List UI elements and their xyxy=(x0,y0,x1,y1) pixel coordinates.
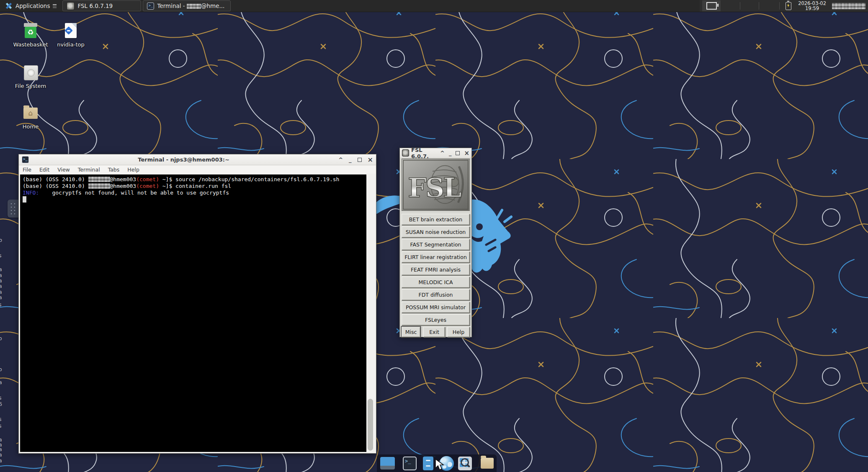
top-panel: Applications FSL 6.0.7.19 >_ Terminal - … xyxy=(0,0,868,12)
misc-button[interactable]: Misc xyxy=(402,327,420,337)
menu-tabs[interactable]: Tabs xyxy=(108,167,120,173)
menu-view[interactable]: View xyxy=(57,167,70,173)
taskbar-button-fsl[interactable]: FSL 6.0.7.19 xyxy=(62,0,141,11)
menu-edit[interactable]: Edit xyxy=(39,167,49,173)
clipped-desktop-label-fragment: a xyxy=(0,294,2,300)
terminal-window-title: Terminal - njps3@hmem003:~ xyxy=(31,156,336,163)
folder-icon xyxy=(481,458,494,469)
fdt-diffusion-button[interactable]: FDT diffusion xyxy=(402,289,470,300)
terminal-output-line: (base) (OSS 2410.0) @hmem003(comet) ~]$ … xyxy=(23,176,365,183)
maximize-button[interactable] xyxy=(358,158,362,162)
file-cabinet-icon xyxy=(423,457,433,470)
bet-brain-extraction-button[interactable]: BET brain extraction xyxy=(402,214,470,225)
clipped-desktop-label-fragment: s xyxy=(0,395,2,401)
system-tray: 2026-03-02 19:59 xyxy=(700,0,868,12)
clipped-desktop-label-fragment: a xyxy=(0,266,2,272)
exit-button[interactable]: Exit xyxy=(423,327,445,337)
clipped-desktop-label-fragment: b xyxy=(0,237,2,243)
terminal-titlebar[interactable]: >_ Terminal - njps3@hmem003:~ ^ _ × xyxy=(19,154,376,165)
drive-icon xyxy=(23,64,39,80)
charging-bolt-icon xyxy=(787,4,789,8)
fsl-window-icon xyxy=(402,149,409,156)
display-icon xyxy=(706,2,717,10)
clipped-desktop-label-fragment: s xyxy=(0,423,2,429)
taskbar-fsl-label: FSL 6.0.7.19 xyxy=(77,3,113,9)
app-finder-icon xyxy=(458,457,472,470)
clipped-desktop-label-fragment: s xyxy=(0,416,2,422)
menu-help[interactable]: Help xyxy=(127,167,139,173)
taskbar-terminal-label: Terminal - @hme... xyxy=(157,3,224,9)
help-button[interactable]: Help xyxy=(447,327,470,337)
desktop-icon-home[interactable]: ⌂ Home xyxy=(10,105,51,130)
fsl-logo-image: FSL xyxy=(402,159,470,211)
fsl-window-title: FSL 6.0.7. xyxy=(411,147,438,159)
document-icon xyxy=(63,23,79,39)
panel-separator xyxy=(740,2,740,10)
close-button[interactable]: × xyxy=(368,158,373,162)
terminal-output-line: INFO: gocryptfs not found, will not be a… xyxy=(23,190,365,196)
battery-icon[interactable] xyxy=(786,2,791,10)
close-button[interactable]: × xyxy=(464,151,469,155)
clock[interactable]: 2026-03-02 19:59 xyxy=(795,1,829,11)
clipped-desktop-label-fragment: s xyxy=(0,301,2,308)
terminal-window: >_ Terminal - njps3@hmem003:~ ^ _ × File… xyxy=(18,154,376,454)
clipped-desktop-label-fragment: o xyxy=(0,366,2,372)
applications-menu-button[interactable]: Applications xyxy=(1,0,61,11)
terminal-menubar: File Edit View Terminal Tabs Help xyxy=(19,165,376,174)
terminal-output-area[interactable]: (base) (OSS 2410.0) @hmem003(comet) ~]$ … xyxy=(20,174,375,452)
desktop-icon xyxy=(380,457,395,466)
menu-file[interactable]: File xyxy=(23,167,31,173)
taskbar-button-terminal[interactable]: >_ Terminal - @hme... xyxy=(143,0,231,11)
clipped-desktop-label-fragment: o xyxy=(0,335,2,341)
terminal-cursor xyxy=(23,196,26,203)
terminal-output: (base) (OSS 2410.0) @hmem003(comet) ~]$ … xyxy=(23,176,365,196)
dock-folder-launcher[interactable] xyxy=(480,456,495,471)
fsl-titlebar[interactable]: FSL 6.0.7. ^ _ × xyxy=(400,148,471,158)
desktop: Applications FSL 6.0.7.19 >_ Terminal - … xyxy=(0,0,868,472)
redacted-username xyxy=(88,177,110,182)
fast-segmentation-button[interactable]: FAST Segmentation xyxy=(402,239,470,250)
dock-terminal-launcher[interactable]: >_ xyxy=(402,456,417,471)
desktop-icon-nvidia-top[interactable]: nvidia-top xyxy=(51,23,91,48)
flirt-linear-registration-button[interactable]: FLIRT linear registration xyxy=(402,251,470,263)
applications-label: Applications xyxy=(15,3,50,9)
terminal-window-controls: ^ _ × xyxy=(338,158,373,162)
minimize-button[interactable]: _ xyxy=(449,151,452,155)
terminal-app-icon: >_ xyxy=(147,3,154,10)
home-folder-icon: ⌂ xyxy=(23,105,39,121)
clipped-desktop-label-fragment: a xyxy=(0,457,2,464)
fsleyes-button[interactable]: FSLeyes xyxy=(402,314,470,326)
trash-icon: ♻ xyxy=(23,23,39,39)
feat-fmri-analysis-button[interactable]: FEAT FMRI analysis xyxy=(402,264,470,275)
maximize-button[interactable] xyxy=(456,151,460,155)
possum-mri-simulator-button[interactable]: POSSUM MRI simulator xyxy=(402,302,470,313)
menu-terminal[interactable]: Terminal xyxy=(78,167,100,173)
terminal-scrollbar[interactable] xyxy=(366,174,375,452)
dock-app-finder-launcher[interactable] xyxy=(458,456,472,471)
fsl-logo-text: FSL xyxy=(408,172,461,203)
shade-button[interactable]: ^ xyxy=(338,158,343,162)
shade-button[interactable]: ^ xyxy=(440,151,445,155)
display-tray-button[interactable] xyxy=(702,0,721,11)
dock-file-manager-launcher[interactable] xyxy=(421,456,435,471)
melodic-ica-button[interactable]: MELODIC ICA xyxy=(402,277,470,288)
minimize-button[interactable]: _ xyxy=(349,158,352,162)
panel-separator xyxy=(779,2,780,10)
redacted-username xyxy=(187,4,201,9)
terminal-window-icon: >_ xyxy=(22,156,29,163)
desktop-icon-wastebasket[interactable]: ♻ Wastebasket xyxy=(10,23,51,48)
susan-noise-reduction-button[interactable]: SUSAN noise reduction xyxy=(402,226,470,238)
clipped-desktop-label-fragment: s xyxy=(0,252,2,259)
scrollbar-thumb[interactable] xyxy=(368,399,373,451)
applications-logo-icon xyxy=(5,2,13,10)
redacted-username xyxy=(88,183,110,189)
fsl-window-controls: ^ _ × xyxy=(440,151,469,155)
redacted-tray-text xyxy=(832,3,865,9)
menu-lines-icon xyxy=(53,4,57,8)
show-desktop-button[interactable] xyxy=(380,456,395,471)
fsl-window: FSL 6.0.7. ^ _ × xyxy=(399,148,472,337)
clock-time: 19:59 xyxy=(805,6,819,11)
terminal-output-line: (base) (OSS 2410.0) @hmem003(comet) ~]$ … xyxy=(23,183,365,190)
terminal-icon: >_ xyxy=(403,457,417,470)
desktop-icon-file-system[interactable]: File System xyxy=(10,64,51,89)
